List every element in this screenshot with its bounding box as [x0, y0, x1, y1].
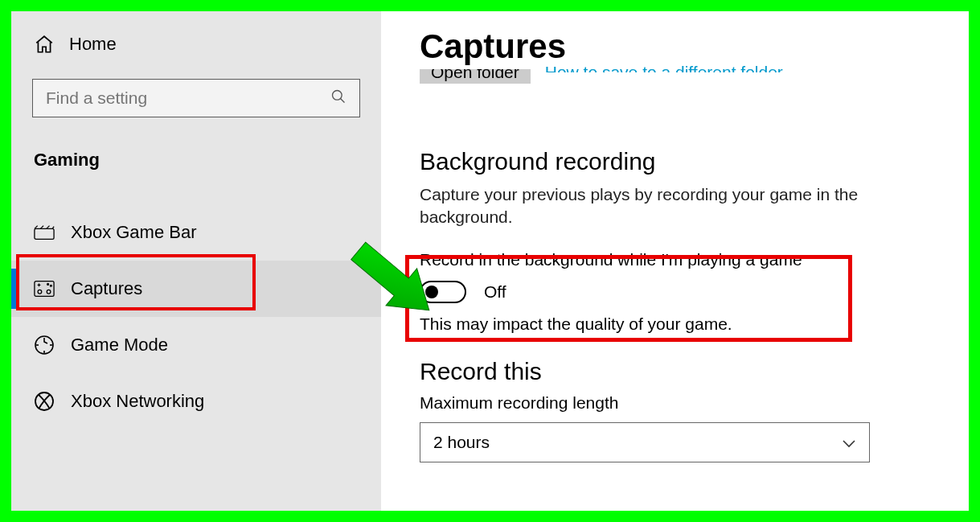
max-length-label: Maximum recording length	[420, 393, 969, 413]
home-button[interactable]: Home	[11, 34, 381, 55]
game-bar-icon	[34, 224, 58, 240]
svg-line-6	[52, 227, 54, 229]
background-recording-heading: Background recording	[420, 148, 969, 175]
xbox-icon	[34, 391, 58, 412]
sidebar-item-game-mode[interactable]: Game Mode	[11, 317, 381, 373]
svg-rect-2	[35, 228, 54, 239]
svg-rect-7	[35, 282, 54, 297]
sidebar-item-xbox-networking[interactable]: Xbox Networking	[11, 373, 381, 430]
svg-point-13	[50, 285, 51, 286]
dropdown-value: 2 hours	[433, 433, 490, 452]
search-input[interactable]	[46, 88, 301, 108]
open-folder-button[interactable]: Open folder	[420, 69, 531, 84]
toggle-knob	[425, 286, 438, 298]
impact-note: This may impact the quality of your game…	[420, 314, 969, 334]
max-length-dropdown[interactable]: 2 hours	[420, 422, 870, 462]
svg-line-1	[341, 99, 345, 103]
category-title: Gaming	[11, 150, 381, 171]
record-this-heading: Record this	[420, 358, 969, 385]
sidebar: Home Gaming Xbox Game Bar	[11, 11, 381, 511]
record-background-toggle[interactable]	[420, 281, 466, 303]
sidebar-item-label: Xbox Game Bar	[71, 222, 197, 243]
svg-point-9	[47, 290, 51, 294]
sidebar-item-label: Captures	[71, 278, 142, 299]
background-recording-desc: Capture your previous plays by recording…	[420, 183, 886, 229]
captures-icon	[34, 280, 58, 298]
chevron-down-icon	[842, 433, 856, 452]
sidebar-item-label: Game Mode	[71, 335, 168, 356]
svg-point-0	[333, 91, 342, 101]
sidebar-item-captures[interactable]: Captures	[11, 261, 381, 317]
cropped-row: Open folder How to save to a different f…	[420, 69, 969, 84]
search-icon	[330, 88, 346, 108]
home-icon	[34, 34, 58, 55]
toggle-state: Off	[484, 282, 506, 302]
search-box[interactable]	[32, 79, 360, 117]
sidebar-item-xbox-game-bar[interactable]: Xbox Game Bar	[11, 204, 381, 261]
toggle-label: Record in the background while I'm playi…	[420, 250, 969, 269]
svg-point-12	[47, 284, 49, 286]
home-label: Home	[69, 34, 117, 55]
game-mode-icon	[34, 335, 58, 356]
sidebar-item-label: Xbox Networking	[71, 391, 204, 412]
main-content: Captures Open folder How to save to a di…	[381, 11, 969, 511]
svg-point-8	[38, 290, 42, 294]
how-to-save-link[interactable]: How to save to a different folder	[545, 58, 783, 72]
